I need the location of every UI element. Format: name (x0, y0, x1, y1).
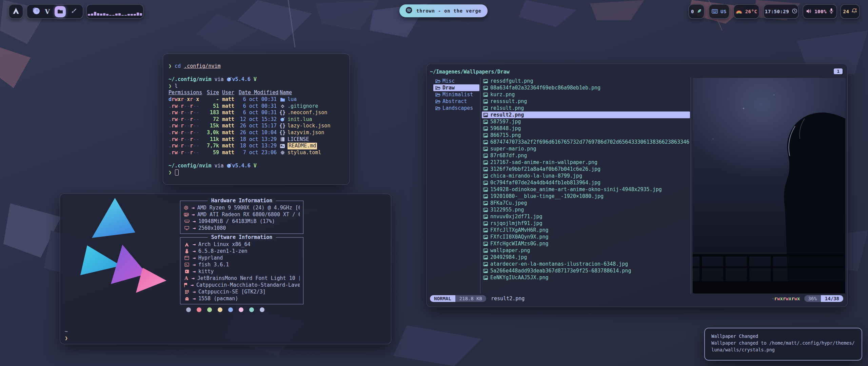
command2: l (175, 83, 178, 90)
lua-version: v5.4.6 (232, 76, 251, 83)
workspace-nvim[interactable]: V (45, 8, 50, 15)
workspace-files-active[interactable] (55, 6, 66, 17)
file-row[interactable]: re1sult.png (482, 105, 690, 111)
ls-row: .rw-r--r--183matt6 oct 00:31{}.neoconf.j… (169, 109, 344, 116)
updates-module[interactable]: 0 (688, 4, 705, 19)
file-row[interactable]: chica-mirando-la-luna-8799.jpg (482, 172, 690, 179)
open-folder-icon (435, 79, 440, 83)
visualizer-bar (131, 14, 133, 16)
sidebar-item-draw[interactable]: Draw (433, 84, 479, 91)
sidebar-label: Draw (442, 85, 455, 91)
fetch-window[interactable]: Hardware Information →AMD Ryzen 9 5900X … (60, 194, 391, 344)
desktop: V thrown - on the verge 0 US 26°C (0, 0, 868, 366)
arrow-icon: → (191, 282, 194, 288)
arrow-icon: → (193, 248, 196, 254)
display-icon (184, 226, 190, 230)
sidebar-item-minimalist[interactable]: Minimalist (433, 91, 479, 98)
arrow-icon: → (193, 225, 196, 231)
image-file-icon (483, 126, 488, 131)
visualizer-bar (88, 14, 90, 16)
file-row[interactable]: 19201080-__blue-tinge__-1920×1080.jpg (482, 193, 690, 200)
image-file-icon (483, 167, 488, 171)
file-row[interactable]: FXfcJlTXgAMvH6R.png (482, 227, 690, 233)
ram-icon (184, 220, 190, 223)
file-row[interactable]: 217167-sad-anime-rain-wallpaper.png (482, 159, 690, 166)
fetch-row: A→JetBrainsMono Nerd Font Light 10 [GTK2… (184, 275, 300, 282)
arrow-icon: → (193, 268, 196, 274)
file-row[interactable]: result2.png (482, 111, 690, 118)
file-name: 08a634fa02a32364f69ebc86a98eb1eb.png (490, 85, 600, 91)
file-row[interactable]: resssult.png (482, 98, 690, 105)
file-row[interactable]: 866715.png (482, 132, 690, 139)
file-row[interactable]: 5a266e448add93deab367d87173e9f25-6837886… (482, 267, 690, 274)
file-row[interactable]: FXfcII0X0AQyn9X.png (482, 233, 690, 240)
file-row[interactable]: 587597.jpg (482, 118, 690, 125)
file-name: init.lua (288, 116, 312, 123)
sidebar-label: Misc (442, 78, 455, 84)
fetch-row: →Catppuccin-Macchiato-Standard-Lavender-… (184, 282, 300, 288)
open-folder-icon (435, 86, 440, 90)
file-name: 5a266e448add93deab367d87173e9f25-6837886… (490, 268, 631, 274)
file-row[interactable]: atardecer-en-la-montanas-ilustracion-634… (482, 261, 690, 267)
lua-icon (280, 117, 285, 122)
window-icon (184, 256, 190, 260)
file-row[interactable]: kurz.png (482, 91, 690, 98)
workspace-paint[interactable] (71, 8, 77, 16)
launcher-module[interactable] (8, 4, 23, 19)
clock-icon (792, 8, 797, 15)
fetch-row: →Catppuccin-SE [GTK2/3] (184, 288, 300, 295)
cwd-path: ~/.config/nvim (169, 76, 211, 83)
file-name: .gitignore (288, 103, 318, 110)
weather-module[interactable]: 26°C (733, 4, 760, 19)
palette-dot (228, 307, 233, 312)
notification-popup[interactable]: Wallpaper Changed Wallpaper changed to /… (704, 328, 862, 361)
palette-dot (197, 307, 201, 312)
file-row[interactable]: 68747470733a2f2f696d616765732d7769786d70… (482, 139, 690, 145)
file-row[interactable]: 3126f7e9bbf21a8a4af0b67b041c6e26.jpg (482, 166, 690, 172)
breadcrumb: ~/Imagenes/Wallpapers/Draw (430, 69, 510, 75)
file-row[interactable]: 20492984.jpg (482, 254, 690, 261)
image-file-icon (483, 215, 488, 219)
file-name: 19201080-__blue-tinge__-1920×1080.jpg (490, 193, 604, 199)
music-module[interactable]: thrown - on the verge (399, 4, 488, 17)
file-row[interactable]: 8FKa7Cu.jpeg (482, 200, 690, 206)
image-file-icon (483, 86, 488, 90)
file-row[interactable]: 87r687df.png (482, 152, 690, 159)
ls-row: .rw-r--r--7,7kmatt18 oct 13:29M↓README.m… (169, 143, 344, 149)
file-row[interactable]: rsjqojlmjhf91.jpg (482, 220, 690, 227)
file-row[interactable]: EeNKYgIUcAAJ5JX.png (482, 274, 690, 281)
sidebar-item-landscapes[interactable]: Landscapes (433, 105, 479, 111)
file-row[interactable]: nnvuv0xj2df71.jpg (482, 213, 690, 220)
sidebar-item-abstract[interactable]: Abstract (433, 98, 479, 105)
file-row[interactable]: 596848.jpg (482, 125, 690, 132)
file-name: 3126f7e9bbf21a8a4af0b67b041c6e26.jpg (490, 166, 600, 172)
image-file-icon (483, 93, 488, 97)
keyboard-module[interactable]: US (709, 4, 730, 19)
software-info-title: Software Information (208, 234, 276, 240)
visualizer-bar (109, 15, 112, 16)
cpu-icon (184, 205, 189, 210)
image-file-icon (483, 255, 488, 260)
file-row[interactable]: FXfcHgcWIAMzs0G.png (482, 240, 690, 247)
notifications-module[interactable]: 24 (840, 4, 860, 19)
file-row[interactable]: ressdfgult.png (482, 78, 690, 84)
visualizer-bar (121, 15, 124, 16)
sidebar-item-misc[interactable]: Misc (433, 78, 479, 84)
clock-module[interactable]: 17:50:29 (763, 4, 799, 19)
terminal-window[interactable]: ❯ cd .config/nvim ~/.config/nvim via v5.… (163, 54, 350, 185)
selected-filename: result2.png (491, 296, 525, 302)
command-arg: .config/nvim (184, 63, 220, 70)
visualizer-bar (127, 14, 130, 16)
song-title: thrown - on the verge (416, 8, 481, 14)
file-row[interactable]: 0c794faf07de24a4db4d4fb1eb813964.jpg (482, 179, 690, 186)
file-row[interactable]: 3122955.png (482, 206, 690, 213)
file-row[interactable]: wallpaper.png (482, 247, 690, 254)
notification-title: Wallpaper Changed (711, 333, 855, 340)
file-name: lazyvim.json (288, 129, 324, 136)
file-row[interactable]: 08a634fa02a32364f69ebc86a98eb1eb.png (482, 84, 690, 91)
volume-module[interactable]: 100% (803, 4, 837, 19)
file-manager-window[interactable]: ~/Imagenes/Wallpapers/Draw 1 MiscDrawMin… (426, 64, 848, 307)
file-row[interactable]: 154928-odinokoe_anime-art-anime-okno-sin… (482, 186, 690, 193)
workspace-firefox[interactable] (33, 7, 40, 16)
file-row[interactable]: super-mario.png (482, 145, 690, 152)
